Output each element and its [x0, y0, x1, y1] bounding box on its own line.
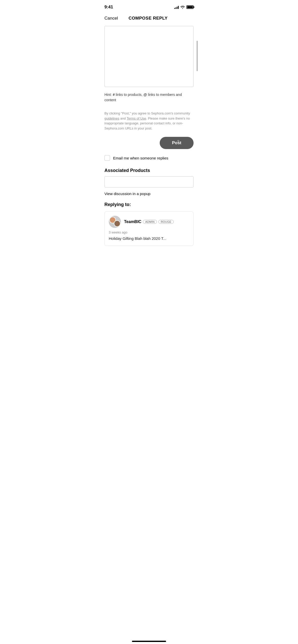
legal-text-2: and	[119, 116, 127, 120]
post-button-row: Post	[104, 137, 194, 149]
reply-card-header: TeamBIC ADMIN ROUGE	[109, 216, 189, 228]
scroll-indicator[interactable]	[197, 41, 198, 71]
nav-bar: Cancel COMPOSE REPLY	[99, 13, 199, 26]
wifi-icon	[180, 5, 185, 9]
signal-icon	[174, 5, 179, 9]
avatar	[109, 216, 121, 228]
reply-preview-text: Holiday Gifting Blah blah 2020 T...	[109, 236, 189, 242]
associated-products-title: Associated Products	[104, 168, 194, 173]
reply-user-info: TeamBIC ADMIN ROUGE	[124, 219, 174, 224]
post-button[interactable]: Post	[160, 137, 194, 149]
email-checkbox[interactable]	[104, 155, 110, 161]
reply-user-info-row: TeamBIC ADMIN ROUGE	[124, 219, 174, 224]
hash-text: links to products,	[115, 93, 143, 97]
email-checkbox-label: Email me when someone replies	[113, 156, 168, 160]
post-button-dot	[177, 140, 179, 142]
battery-icon	[186, 5, 194, 9]
status-time: 9:41	[104, 5, 113, 10]
admin-badge: ADMIN	[143, 220, 157, 224]
replying-to-label: Replying to:	[104, 202, 194, 207]
rouge-badge: ROUGE	[158, 220, 174, 224]
legal-text: By clicking "Post," you agree to Sephora…	[104, 111, 194, 131]
at-symbol: @	[143, 93, 147, 97]
post-button-label: Post	[172, 140, 181, 145]
avatar-person2	[114, 220, 120, 227]
reply-timestamp: 3 weeks ago	[109, 230, 189, 234]
terms-link[interactable]: Terms of Use	[127, 116, 146, 120]
guidelines-link[interactable]: guidelines	[104, 116, 119, 120]
associated-products-input[interactable]	[104, 176, 194, 187]
email-checkbox-row: Email me when someone replies	[104, 155, 194, 161]
page-title: COMPOSE REPLY	[129, 16, 168, 21]
hint-prefix: Hint:	[104, 93, 113, 97]
view-discussion-link[interactable]: View discussion in a popup	[104, 192, 194, 196]
cancel-button[interactable]: Cancel	[104, 15, 118, 22]
status-icons	[174, 5, 194, 9]
reply-card: TeamBIC ADMIN ROUGE 3 weeks ago Holiday …	[104, 211, 194, 246]
legal-text-1: By clicking "Post," you agree to Sephora…	[104, 111, 190, 115]
reply-textarea[interactable]	[104, 26, 194, 87]
hint-text: Hint: # links to products, @ links to me…	[104, 92, 194, 103]
status-bar: 9:41	[99, 0, 199, 13]
main-content: Hint: # links to products, @ links to me…	[99, 26, 199, 246]
reply-username: TeamBIC	[124, 219, 141, 224]
